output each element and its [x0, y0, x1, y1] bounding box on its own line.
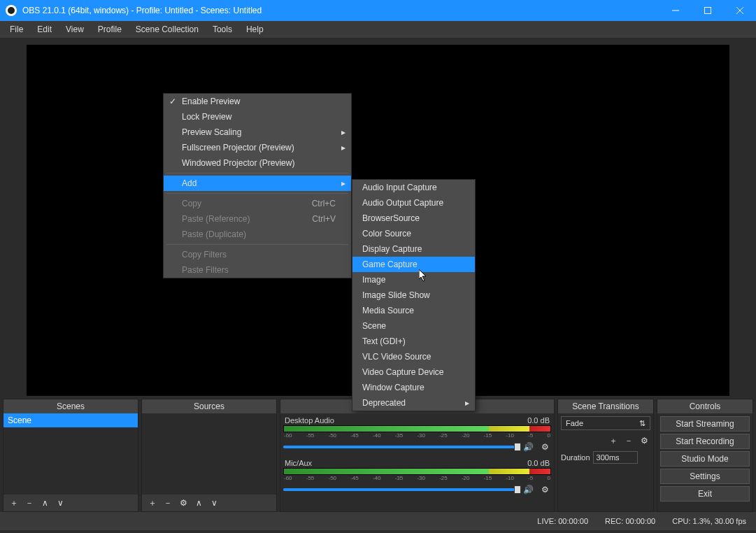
minimize-button[interactable] [659, 0, 692, 21]
add-media-source[interactable]: Media Source [352, 303, 475, 318]
volume-slider[interactable] [283, 446, 518, 448]
menu-label: Add [182, 178, 197, 188]
exit-button[interactable]: Exit [660, 486, 750, 502]
add-window-capture[interactable]: Window Capture [352, 380, 475, 395]
duration-spinner[interactable]: 300ms [593, 451, 638, 464]
menu-label: Window Capture [362, 383, 425, 392]
remove-scene-button[interactable]: － [23, 497, 36, 509]
sources-list[interactable] [142, 413, 276, 495]
status-live: LIVE: 00:00:00 [537, 517, 588, 525]
mixer-channel-desktop-audio: Desktop Audio 0.0 dB -60-55-50-45-40-35-… [283, 416, 551, 453]
start-streaming-button[interactable]: Start Streaming [660, 416, 750, 432]
channel-settings-button[interactable]: ⚙ [539, 483, 551, 496]
window-controls [659, 0, 756, 21]
source-down-button[interactable]: ∨ [208, 497, 220, 509]
panel-title[interactable]: Scene Transitions [558, 399, 653, 413]
menu-help[interactable]: Help [241, 22, 269, 36]
transitions-panel: Scene Transitions Fade ⇅ ＋ － ⚙ Duration … [557, 399, 654, 512]
add-source-button[interactable]: ＋ [146, 497, 159, 509]
add-scene[interactable]: Scene [352, 318, 475, 334]
menu-label: Video Capture Device [362, 367, 444, 377]
source-up-button[interactable]: ∧ [192, 497, 205, 509]
scene-item[interactable]: Scene [3, 413, 138, 427]
status-rec: REC: 00:00:00 [605, 517, 655, 525]
panel-title[interactable]: Sources [142, 399, 276, 413]
channel-settings-button[interactable]: ⚙ [539, 441, 551, 453]
menu-windowed-projector[interactable]: Windowed Projector (Preview) [164, 155, 351, 171]
menu-edit[interactable]: Edit [31, 22, 57, 36]
menu-label: Display Capture [362, 244, 422, 254]
menu-preview-scaling[interactable]: Preview Scaling ▸ [164, 125, 351, 140]
shortcut-label: Ctrl+C [312, 199, 336, 208]
menu-tools[interactable]: Tools [207, 22, 238, 36]
menu-file[interactable]: File [4, 22, 29, 36]
chevron-right-icon: ▸ [341, 143, 345, 152]
scenes-list[interactable]: Scene [3, 413, 138, 495]
scene-down-button[interactable]: ∨ [54, 497, 66, 509]
menu-fullscreen-projector[interactable]: Fullscreen Projector (Preview) ▸ [164, 140, 351, 155]
settings-button[interactable]: Settings [660, 469, 750, 484]
gear-icon: ⚙ [541, 485, 549, 495]
menu-label: Text (GDI+) [362, 336, 406, 346]
add-image[interactable]: Image [352, 272, 475, 287]
scenes-toolbar: ＋ － ∧ ∨ [3, 495, 138, 511]
menu-add[interactable]: Add ▸ [164, 176, 351, 191]
menu-view[interactable]: View [60, 22, 90, 36]
add-audio-output-capture[interactable]: Audio Output Capture [352, 195, 475, 211]
add-browsersource[interactable]: BrowserSource [352, 211, 475, 226]
channel-name: Desktop Audio [285, 416, 334, 425]
menu-enable-preview[interactable]: ✓ Enable Preview [164, 94, 351, 109]
menu-label: Fullscreen Projector (Preview) [182, 143, 294, 152]
studio-mode-button[interactable]: Studio Mode [660, 451, 750, 467]
add-audio-input-capture[interactable]: Audio Input Capture [352, 180, 475, 195]
menu-label: Color Source [362, 229, 411, 239]
start-recording-button[interactable]: Start Recording [660, 434, 750, 449]
panel-title[interactable]: Scenes [3, 399, 138, 413]
gear-icon: ⚙ [541, 442, 549, 452]
menu-lock-preview[interactable]: Lock Preview [164, 109, 351, 125]
panel-title[interactable]: Controls [657, 399, 753, 413]
volume-slider[interactable] [283, 488, 518, 491]
transition-select[interactable]: Fade ⇅ [561, 416, 650, 430]
mute-button[interactable]: 🔊 [522, 483, 534, 496]
add-game-capture[interactable]: Game Capture [352, 257, 475, 272]
mute-button[interactable]: 🔊 [522, 441, 534, 453]
menu-scene-collection[interactable]: Scene Collection [130, 22, 204, 36]
channel-name: Mic/Aux [285, 459, 312, 467]
menu-profile[interactable]: Profile [92, 22, 127, 36]
gear-icon: ⚙ [641, 436, 648, 446]
menu-label: Image Slide Show [362, 290, 430, 300]
maximize-button[interactable] [692, 0, 724, 21]
menu-label: Paste (Duplicate) [182, 229, 246, 239]
add-video-capture-device[interactable]: Video Capture Device [352, 364, 475, 380]
controls-panel: Controls Start Streaming Start Recording… [657, 399, 753, 512]
mixer-panel: Mixer Desktop Audio 0.0 dB -60-55-50-45-… [280, 399, 555, 512]
add-transition-button[interactable]: ＋ [607, 434, 620, 447]
add-color-source[interactable]: Color Source [352, 226, 475, 241]
separator [166, 193, 348, 194]
menu-label: Windowed Projector (Preview) [182, 158, 294, 168]
preview-context-menu: ✓ Enable Preview Lock Preview Preview Sc… [163, 93, 352, 278]
titlebar-text: OBS 21.0.1 (64bit, windows) - Profile: U… [22, 6, 659, 15]
menu-label: Audio Input Capture [362, 183, 437, 192]
add-display-capture[interactable]: Display Capture [352, 241, 475, 257]
add-text-gdi[interactable]: Text (GDI+) [352, 334, 475, 349]
duration-value: 300ms [597, 453, 620, 462]
source-settings-button[interactable]: ⚙ [177, 497, 190, 509]
chevron-updown-icon: ⇅ [639, 419, 646, 428]
mixer-body: Desktop Audio 0.0 dB -60-55-50-45-40-35-… [280, 413, 554, 511]
add-image-slide-show[interactable]: Image Slide Show [352, 287, 475, 303]
remove-source-button[interactable]: － [162, 497, 174, 509]
menu-label: Paste (Reference) [182, 214, 250, 224]
remove-transition-button[interactable]: － [622, 434, 635, 447]
close-button[interactable] [724, 0, 756, 21]
scene-up-button[interactable]: ∧ [38, 497, 51, 509]
menu-label: Deprecated [362, 398, 406, 408]
chevron-right-icon: ▸ [341, 178, 345, 188]
channel-db: 0.0 dB [527, 459, 550, 467]
separator [166, 173, 348, 173]
transition-settings-button[interactable]: ⚙ [638, 434, 650, 447]
add-deprecated[interactable]: Deprecated ▸ [352, 395, 475, 411]
add-scene-button[interactable]: ＋ [8, 497, 20, 509]
add-vlc-video-source[interactable]: VLC Video Source [352, 349, 475, 364]
